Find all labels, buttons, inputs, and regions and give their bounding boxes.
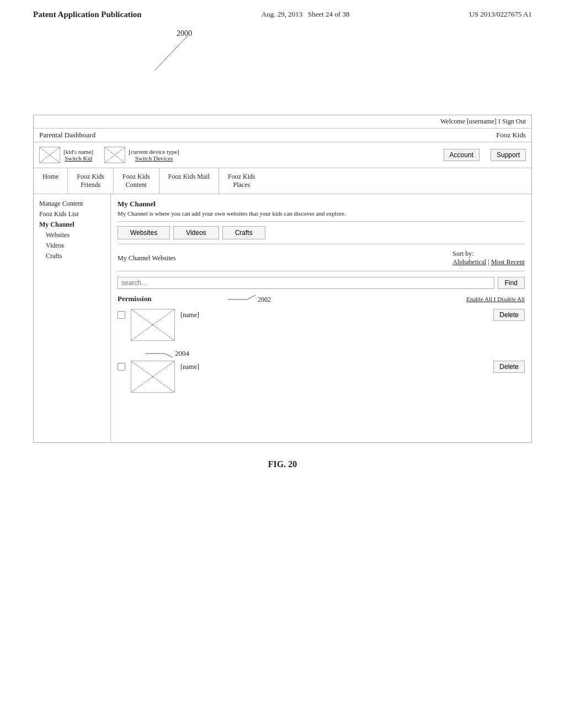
item-checkbox-1[interactable] bbox=[118, 311, 125, 319]
item-row-2: [name] Delete bbox=[118, 361, 525, 393]
welcome-text: Welcome [username] I Sign Out bbox=[440, 117, 526, 125]
sidebar-my-channel[interactable]: My Channel bbox=[39, 221, 105, 229]
main-content: My Channel My Channel is where you can a… bbox=[111, 194, 531, 442]
svg-line-4 bbox=[164, 354, 173, 357]
callout-2002-label: 2002 bbox=[258, 296, 271, 304]
callout-2000-line bbox=[132, 29, 199, 73]
publication-date: Aug. 29, 2013 bbox=[262, 10, 302, 18]
sidebar-websites[interactable]: Websites bbox=[46, 231, 105, 239]
callout-2004-container: 2004 bbox=[118, 349, 525, 360]
sub-tabs: Websites Videos Crafts bbox=[118, 226, 525, 244]
sort-most-recent[interactable]: Most Recent bbox=[491, 258, 525, 266]
sidebar-fooz-kids-list[interactable]: Fooz Kids List bbox=[39, 210, 105, 218]
nav-mail[interactable]: Fooz Kids Mail bbox=[159, 168, 219, 194]
fooz-kids-brand: Fooz Kids bbox=[496, 131, 526, 140]
switch-kid-link[interactable]: Switch Kid bbox=[63, 155, 93, 162]
permission-label: Permission bbox=[118, 295, 151, 303]
sort-options: Sort by: Alphabetical | Most Recent bbox=[452, 250, 525, 266]
nav-bar: Home Fooz KidsFriends Fooz KidsContent F… bbox=[34, 168, 531, 194]
kid-avatar bbox=[39, 147, 60, 163]
publication-number: US 2013/0227675 A1 bbox=[470, 10, 532, 19]
enable-all-link[interactable]: Enable All bbox=[466, 296, 492, 302]
parental-dashboard-label: Parental Dashboard bbox=[39, 131, 95, 140]
sort-section-label: My Channel Websites bbox=[118, 254, 175, 263]
device-bar: [kid's name] Switch Kid [current device … bbox=[34, 142, 531, 168]
channel-description: My Channel My Channel is where you can a… bbox=[118, 200, 525, 222]
tab-crafts[interactable]: Crafts bbox=[222, 226, 265, 239]
tab-websites[interactable]: Websites bbox=[118, 226, 170, 239]
brand-bar: Parental Dashboard Fooz Kids bbox=[34, 129, 531, 142]
sidebar-manage-content[interactable]: Manage Content bbox=[39, 200, 105, 208]
switch-devices-link[interactable]: Switch Devices bbox=[129, 155, 179, 162]
item-name-2: [name] bbox=[180, 363, 488, 371]
account-button[interactable]: Account bbox=[444, 149, 479, 161]
figure-area: 2000 Welcome [username] I Sign Out Paren… bbox=[0, 24, 565, 480]
top-bar: Welcome [username] I Sign Out bbox=[34, 115, 531, 129]
sort-row: My Channel Websites Sort by: Alphabetica… bbox=[118, 250, 525, 271]
channel-text: My Channel is where you can add your own… bbox=[118, 210, 525, 217]
sidebar-crafts[interactable]: Crafts bbox=[46, 252, 105, 260]
publication-meta: Aug. 29, 2013 Sheet 24 of 38 bbox=[262, 10, 350, 19]
content-area: Manage Content Fooz Kids List My Channel… bbox=[34, 194, 531, 442]
kid-selector: [kid's name] Switch Kid bbox=[39, 147, 93, 163]
svg-line-2 bbox=[247, 295, 255, 299]
item-thumbnail-1 bbox=[131, 309, 175, 341]
find-button[interactable]: Find bbox=[498, 277, 525, 289]
ui-mockup: Welcome [username] I Sign Out Parental D… bbox=[33, 115, 532, 443]
callout-2004-line bbox=[145, 349, 173, 358]
enable-disable-links: Enable All I Disable All bbox=[466, 296, 525, 302]
item-thumbnail-2 bbox=[131, 361, 175, 393]
nav-home[interactable]: Home bbox=[34, 168, 68, 194]
fig-caption: FIG. 20 bbox=[33, 459, 532, 480]
search-row: Find bbox=[118, 277, 525, 289]
enable-disable-sep: I bbox=[494, 296, 496, 302]
delete-button-1[interactable]: Delete bbox=[493, 309, 525, 321]
item-name-1: [name] bbox=[180, 311, 488, 319]
publication-title: Patent Application Publication bbox=[33, 10, 142, 19]
device-selector: [current device type] Switch Devices bbox=[104, 147, 179, 163]
search-input[interactable] bbox=[118, 277, 494, 289]
permission-header: Permission 2002 Enable All I Disable All bbox=[118, 295, 525, 303]
nav-friends[interactable]: Fooz KidsFriends bbox=[68, 168, 114, 194]
callout-2002-line bbox=[228, 295, 255, 304]
sheet-info: Sheet 24 of 38 bbox=[308, 10, 349, 18]
page-header: Patent Application Publication Aug. 29, … bbox=[0, 0, 565, 24]
sort-alphabetical[interactable]: Alphabetical bbox=[452, 258, 486, 266]
item-checkbox-2[interactable] bbox=[118, 363, 125, 371]
device-icon bbox=[104, 147, 125, 163]
nav-places[interactable]: Fooz KidsPlaces bbox=[219, 168, 264, 194]
tab-videos[interactable]: Videos bbox=[173, 226, 218, 239]
disable-all-link[interactable]: Disable All bbox=[497, 296, 525, 302]
sidebar: Manage Content Fooz Kids List My Channel… bbox=[34, 194, 111, 442]
kid-name: [kid's name] bbox=[63, 148, 93, 155]
svg-line-0 bbox=[154, 36, 188, 71]
nav-content[interactable]: Fooz KidsContent bbox=[114, 168, 159, 194]
sort-by-label: Sort by: bbox=[452, 250, 473, 258]
channel-title: My Channel bbox=[118, 200, 525, 208]
delete-button-2[interactable]: Delete bbox=[493, 361, 525, 373]
item-row-1: [name] Delete bbox=[118, 309, 525, 341]
device-type-label: [current device type] bbox=[129, 148, 179, 155]
callout-2004-label: 2004 bbox=[175, 349, 189, 358]
support-button[interactable]: Support bbox=[491, 149, 526, 161]
sidebar-videos[interactable]: Videos bbox=[46, 242, 105, 250]
